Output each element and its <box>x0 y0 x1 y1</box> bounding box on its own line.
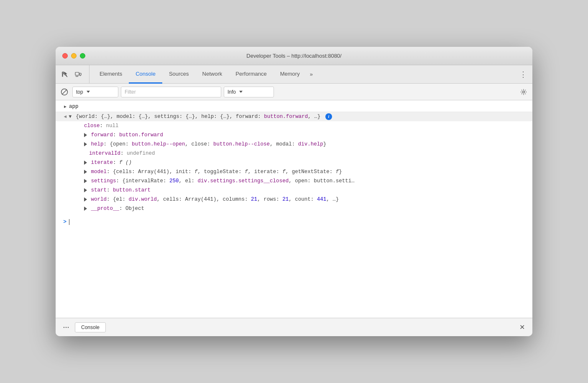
tab-network[interactable]: Network <box>196 65 229 84</box>
expand-triangle-icon[interactable] <box>84 179 87 183</box>
tab-bar-icons <box>59 65 89 83</box>
more-tabs-button[interactable]: » <box>307 65 316 83</box>
svg-point-12 <box>68 327 69 327</box>
prop-world: world: {el: div.world, cells: Array(441)… <box>56 195 532 204</box>
drawer-console-tab[interactable]: Console <box>75 322 106 332</box>
block-icon[interactable] <box>59 87 70 97</box>
prompt-gutter: > <box>57 218 69 226</box>
more-options-icon[interactable]: ⋮ <box>517 69 529 80</box>
svg-line-8 <box>62 89 67 94</box>
context-selector[interactable]: top <box>72 87 118 97</box>
expand-icon[interactable]: ▶ <box>66 115 74 118</box>
drawer-close-button[interactable]: ✕ <box>516 322 527 333</box>
tab-sources[interactable]: Sources <box>162 65 196 84</box>
cursor <box>69 219 73 225</box>
log-level-selector[interactable]: Info <box>224 87 274 97</box>
svg-point-9 <box>523 91 525 93</box>
prop-close: close: null <box>56 121 532 130</box>
settings-icon[interactable] <box>518 87 529 97</box>
prop-help: help: {open: button.help--open, close: b… <box>56 140 532 149</box>
expand-triangle-icon[interactable] <box>84 207 87 211</box>
drawer-menu-icon[interactable] <box>61 322 72 333</box>
prompt-symbol: > <box>63 218 66 226</box>
prop-forward: forward: button.forward <box>56 130 532 140</box>
expand-triangle-icon[interactable] <box>84 133 87 137</box>
bottom-drawer: Console ✕ <box>56 318 532 336</box>
expand-triangle-icon[interactable] <box>84 197 87 202</box>
prop-intervalid: intervalId: undefined <box>56 149 532 158</box>
maximize-button[interactable] <box>80 53 85 59</box>
console-prompt-line[interactable]: > <box>56 217 532 227</box>
info-badge[interactable]: i <box>325 113 332 120</box>
console-toolbar: top Filter Info <box>56 84 532 100</box>
traffic-lights <box>62 53 85 59</box>
svg-rect-1 <box>75 72 79 75</box>
expand-triangle-icon[interactable] <box>84 142 87 146</box>
prop-settings: settings: {intervalRate: 250, el: div.se… <box>56 176 532 186</box>
chevron-down-icon <box>87 91 90 93</box>
device-toolbar-icon[interactable] <box>72 69 84 80</box>
tab-bar: Elements Console Sources Network Perform… <box>56 65 532 84</box>
window-title: Developer Tools – http://localhost:8080/ <box>246 53 341 59</box>
prop-proto: __proto__: Object <box>56 204 532 213</box>
log-text: app <box>69 104 79 110</box>
log-gutter: ▶ <box>57 103 69 111</box>
console-log-app: ▶ app <box>56 102 532 112</box>
prop-model: model: {cells: Array(441), init: f, togg… <box>56 167 532 176</box>
devtools-window: Developer Tools – http://localhost:8080/ <box>56 47 532 336</box>
expand-triangle-icon[interactable] <box>84 188 87 192</box>
inspect-element-icon[interactable] <box>59 69 71 80</box>
expand-triangle-icon[interactable] <box>84 170 87 174</box>
close-button[interactable] <box>62 53 68 59</box>
prop-iterate: iterate: f () <box>56 158 532 167</box>
tab-elements[interactable]: Elements <box>93 65 129 84</box>
filter-input[interactable]: Filter <box>121 87 221 97</box>
tab-performance[interactable]: Performance <box>229 65 273 84</box>
tab-console[interactable]: Console <box>129 65 162 84</box>
svg-rect-2 <box>79 73 81 75</box>
expand-triangle-icon[interactable] <box>84 161 87 165</box>
tab-memory[interactable]: Memory <box>274 65 307 84</box>
svg-point-11 <box>66 327 66 327</box>
title-bar: Developer Tools – http://localhost:8080/ <box>56 47 532 65</box>
console-area: ▶ app ◀ ▶ {world: {…}, model: {…}, setti… <box>56 100 532 318</box>
tab-bar-end: ⋮ <box>517 65 529 83</box>
chevron-down-icon <box>239 91 243 93</box>
svg-point-10 <box>64 327 64 327</box>
console-object-header: ◀ ▶ {world: {…}, model: {…}, settings: {… <box>56 112 532 121</box>
prop-start: start: button.start <box>56 186 532 195</box>
minimize-button[interactable] <box>71 53 77 59</box>
